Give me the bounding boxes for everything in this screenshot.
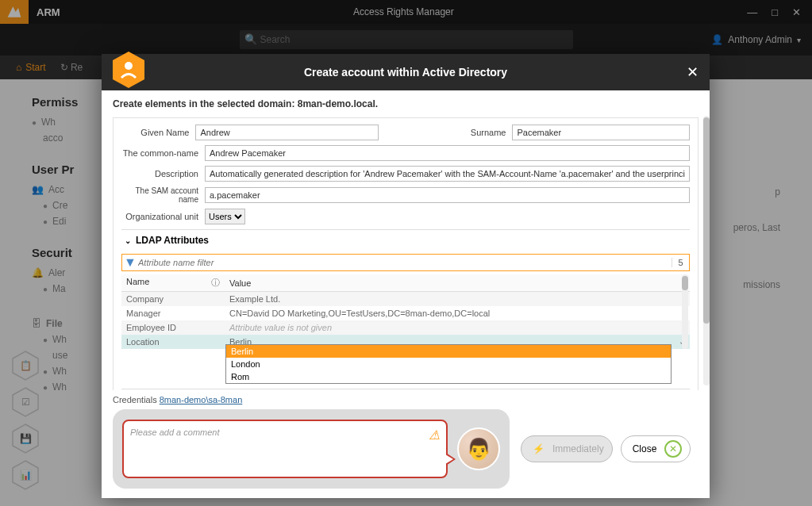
- close-button[interactable]: Close ✕: [621, 435, 691, 462]
- col-name[interactable]: Name ⓘ: [121, 274, 225, 292]
- description-label: Description: [121, 169, 205, 178]
- dropdown-option[interactable]: Berlin: [226, 345, 671, 358]
- surname-input[interactable]: [512, 125, 690, 140]
- svg-point-9: [125, 62, 133, 70]
- table-scrollbar[interactable]: [682, 274, 688, 349]
- location-dropdown[interactable]: Berlin London Rom: [225, 344, 672, 384]
- common-name-input[interactable]: [205, 145, 690, 161]
- modal-subtitle: Create elements in the selected domain: …: [102, 90, 710, 109]
- close-modal-button[interactable]: ✕: [687, 63, 698, 81]
- chevron-down-icon: ⌄: [125, 236, 131, 245]
- ldap-section-toggle[interactable]: ⌄ LDAP Attributes: [121, 229, 690, 251]
- credentials-row: Credentials 8man-demo\sa-8man: [102, 390, 710, 409]
- filter-count: 5: [672, 258, 689, 267]
- modal-header: Create account within Active Directory ✕: [102, 54, 710, 90]
- given-name-label: Given Name: [121, 128, 195, 137]
- sam-label: The SAM account name: [121, 186, 205, 204]
- user-hex-icon: [111, 50, 146, 90]
- filter-icon: ▼: [122, 255, 138, 270]
- modal-title: Create account within Active Directory: [304, 66, 507, 79]
- warning-icon: ⚠: [429, 427, 440, 443]
- table-row[interactable]: CompanyExample Ltd.: [121, 292, 690, 307]
- dropdown-option[interactable]: London: [226, 358, 671, 370]
- attribute-filter-input[interactable]: [138, 258, 672, 267]
- table-row[interactable]: Employee IDAttribute value is not given: [121, 320, 690, 335]
- table-row[interactable]: ManagerCN=David DO Marketing,OU=TestUser…: [121, 306, 690, 320]
- modal-scrollbar[interactable]: [703, 116, 710, 385]
- groups-section-toggle[interactable]: › Group memberships: [121, 389, 690, 390]
- sam-input[interactable]: [205, 187, 690, 203]
- col-value[interactable]: Value: [225, 274, 690, 292]
- common-name-label: The common-name: [121, 148, 205, 158]
- surname-label: Surname: [379, 128, 512, 137]
- avatar: 👨: [457, 427, 500, 470]
- given-name-input[interactable]: [195, 125, 379, 140]
- dropdown-option[interactable]: Rom: [226, 370, 671, 383]
- bolt-icon: ⚡: [533, 443, 545, 454]
- create-account-modal: Create account within Active Directory ✕…: [102, 54, 710, 498]
- description-input[interactable]: [205, 166, 690, 182]
- close-circle-icon: ✕: [664, 440, 682, 458]
- immediately-button: ⚡ Immediately: [521, 435, 613, 462]
- ldap-table: Name ⓘ Value CompanyExample Ltd. Manager…: [121, 274, 690, 349]
- comment-input[interactable]: Please add a comment ⚠: [122, 420, 448, 478]
- ou-label: Organizational unit: [121, 212, 205, 221]
- ou-select[interactable]: Users: [205, 209, 245, 224]
- credentials-link[interactable]: 8man-demo\sa-8man: [160, 395, 243, 404]
